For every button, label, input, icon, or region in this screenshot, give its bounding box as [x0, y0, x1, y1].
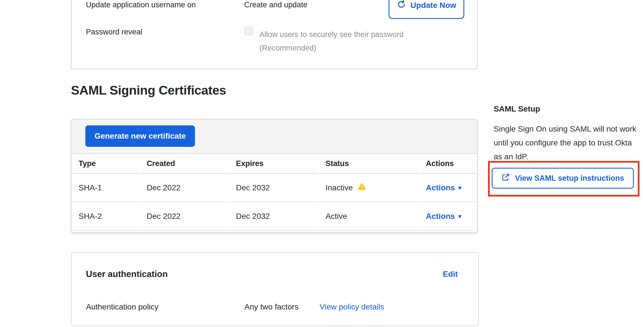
external-link-icon [501, 173, 510, 184]
cert-expires-cell: Dec 2032 [230, 174, 318, 202]
certificates-card: Generate new certificate Type Created Ex… [71, 119, 478, 233]
generate-new-certificate-button[interactable]: Generate new certificate [85, 125, 195, 147]
saml-setup-heading: SAML Setup [494, 104, 540, 114]
certificates-toolbar: Generate new certificate [71, 119, 477, 154]
column-header-type: Type [73, 154, 140, 174]
app-settings-page: Update application username on Create an… [0, 0, 644, 327]
column-header-actions: Actions [420, 154, 476, 174]
column-header-expires: Expires [230, 154, 318, 174]
saml-signing-certificates-heading: SAML Signing Certificates [71, 83, 226, 98]
table-row: SHA-2 Dec 2022 Dec 2032 Active Actions ▾ [73, 202, 476, 231]
actions-dropdown[interactable]: Actions ▾ [426, 183, 461, 192]
cert-status-cell: Inactive [320, 174, 419, 202]
cert-status-cell: Active [320, 202, 419, 231]
user-authentication-heading: User authentication [86, 269, 168, 279]
update-now-button[interactable]: Update Now [389, 0, 464, 19]
status-text: Active [326, 212, 347, 221]
view-saml-setup-instructions-button[interactable]: View SAML setup instructions [492, 168, 634, 189]
table-row: SHA-1 Dec 2022 Dec 2032 Inactive [73, 174, 476, 202]
status-text: Inactive [326, 183, 353, 192]
chevron-down-icon: ▾ [458, 184, 461, 191]
column-header-status: Status [320, 154, 419, 174]
view-policy-details-link[interactable]: View policy details [320, 302, 384, 311]
warning-icon [357, 182, 366, 193]
certificates-table: Type Created Expires Status Actions SHA-… [71, 154, 477, 231]
cert-created-cell: Dec 2022 [141, 174, 229, 202]
actions-label: Actions [426, 212, 455, 221]
column-header-created: Created [141, 154, 229, 174]
cert-type-cell: SHA-1 [73, 174, 140, 202]
sign-on-settings-card: Update application username on Create an… [71, 0, 478, 69]
cert-created-cell: Dec 2022 [141, 202, 229, 231]
authentication-policy-value: Any two factors [244, 302, 298, 311]
actions-label: Actions [426, 183, 455, 192]
chevron-down-icon: ▾ [458, 213, 461, 220]
cert-actions-cell: Actions ▾ [420, 202, 476, 231]
saml-setup-description: Single Sign On using SAML will not work … [494, 122, 636, 164]
actions-dropdown[interactable]: Actions ▾ [426, 212, 461, 221]
cert-type-cell: SHA-2 [73, 202, 140, 231]
view-saml-setup-instructions-label: View SAML setup instructions [515, 174, 624, 183]
update-username-value: Create and update [244, 1, 307, 9]
edit-link[interactable]: Edit [443, 270, 458, 279]
cert-expires-cell: Dec 2032 [230, 202, 318, 231]
user-authentication-card: User authentication Edit Authentication … [71, 252, 479, 326]
cert-actions-cell: Actions ▾ [420, 174, 476, 202]
password-reveal-label: Password reveal [86, 28, 142, 36]
update-username-label: Update application username on [86, 1, 196, 9]
table-header-row: Type Created Expires Status Actions [73, 154, 476, 174]
update-now-label: Update Now [411, 1, 456, 10]
password-reveal-checkbox-label: Allow users to securely see their passwo… [259, 28, 420, 55]
authentication-policy-label: Authentication policy [86, 302, 159, 311]
password-reveal-checkbox[interactable] [244, 27, 253, 35]
refresh-icon [397, 0, 406, 11]
